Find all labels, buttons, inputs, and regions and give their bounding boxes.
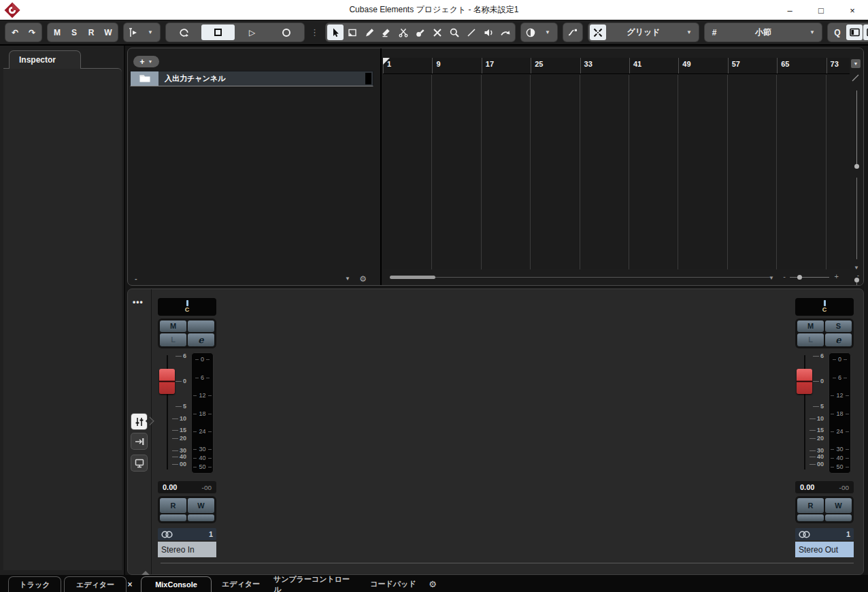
scale-label: 33 [580, 58, 629, 73]
redo-button[interactable]: ↷ [24, 24, 40, 40]
read-automation-button[interactable]: R [797, 498, 824, 513]
tab-mixconsole[interactable]: MixConsole [141, 576, 212, 592]
close-button[interactable]: × [837, 0, 868, 20]
lower-zone-gear-icon[interactable]: ⚙ [426, 576, 439, 592]
blank-button[interactable] [188, 514, 214, 521]
vertical-scrollbar-lower[interactable] [856, 178, 857, 259]
left-zone-toggle[interactable] [846, 24, 863, 40]
write-automation-button[interactable]: W [825, 498, 852, 513]
minimize-button[interactable]: – [774, 0, 805, 20]
play-button[interactable]: ▷ [235, 24, 269, 40]
solo-button[interactable]: S [825, 320, 852, 332]
peak-value[interactable]: -oo [839, 484, 849, 491]
listen-button[interactable]: L [797, 333, 824, 347]
fader-handle[interactable] [159, 369, 175, 394]
split-tool[interactable] [395, 24, 412, 40]
select-tool[interactable] [327, 24, 344, 40]
folder-track-row[interactable]: 入出力チャンネル [130, 71, 373, 86]
lower-zone-toggle[interactable] [863, 24, 868, 40]
color-tool-dropdown[interactable]: ▼ [539, 24, 556, 40]
grid-type-value[interactable]: 小節 [723, 24, 803, 40]
v-zoom-slider-thumb[interactable] [854, 278, 859, 282]
tab-inspector[interactable]: Inspector [9, 50, 81, 69]
pan-control[interactable]: C [158, 298, 216, 316]
erase-tool[interactable] [378, 24, 395, 40]
audition-tool[interactable] [480, 24, 497, 40]
view-faders-button[interactable] [131, 414, 147, 429]
automation-curve-button[interactable] [565, 24, 581, 40]
ruler-options-dropdown[interactable]: ▼ [851, 59, 861, 68]
glue-tool[interactable] [412, 24, 429, 40]
tab-editor-left-zone[interactable]: エディター [64, 576, 127, 592]
write-all-button[interactable]: W [100, 24, 116, 40]
peak-value[interactable]: -oo [202, 484, 212, 491]
listen-button[interactable]: L [160, 333, 186, 347]
mute-button[interactable]: M [797, 320, 824, 332]
horizontal-scrollbar-track[interactable] [390, 277, 771, 278]
track-list-gear-icon[interactable]: ⚙ [359, 274, 367, 284]
track-list-dropdown[interactable]: ▼ [345, 276, 350, 282]
scale-label: 65 [777, 58, 826, 73]
scale-label: 20 [803, 435, 824, 442]
mute-tool[interactable] [429, 24, 446, 40]
maximize-button[interactable]: □ [805, 0, 837, 20]
fader-handle[interactable] [797, 369, 812, 394]
blank-button[interactable] [797, 514, 824, 521]
quantize-button[interactable]: Q [829, 24, 846, 40]
add-track-button[interactable]: + ▼ [133, 56, 159, 67]
color-tool[interactable] [522, 24, 539, 40]
range-select-tool[interactable] [344, 24, 361, 40]
gain-value[interactable]: 0.00 [163, 483, 177, 491]
read-all-button[interactable]: R [83, 24, 99, 40]
autoscroll-icon[interactable] [125, 24, 141, 40]
tab-sampler-control[interactable]: サンプラーコントロール [273, 576, 354, 592]
feedback-tool[interactable] [497, 24, 514, 40]
snap-button[interactable] [590, 24, 606, 40]
zoom-tool[interactable] [446, 24, 463, 40]
pan-control[interactable]: C [795, 298, 854, 316]
timeline-ruler[interactable]: 191725334149576573 [383, 58, 851, 74]
gain-value[interactable]: 0.00 [800, 483, 814, 491]
lower-zone-close-icon[interactable]: × [124, 576, 135, 592]
horizontal-scrollbar-thumb[interactable] [390, 276, 435, 279]
h-zoom-slider-thumb[interactable] [797, 275, 802, 280]
edit-channel-button[interactable]: e [188, 333, 214, 347]
tab-editor[interactable]: エディター [219, 576, 263, 592]
undo-button[interactable]: ↶ [7, 24, 23, 40]
mixconsole-menu-button[interactable]: ••• [133, 297, 144, 307]
grid-type-dropdown[interactable]: ▼ [804, 24, 820, 40]
view-output-button[interactable] [131, 455, 147, 471]
tab-chord-pads[interactable]: コードパッド [367, 576, 419, 592]
snap-type-dropdown[interactable]: ▼ [681, 24, 697, 40]
vertical-scrollbar-thumb[interactable] [854, 164, 859, 169]
write-automation-button[interactable]: W [188, 498, 214, 513]
tab-track-list[interactable]: トラック [8, 576, 61, 592]
channel-name[interactable]: Stereo In [158, 542, 216, 557]
line-tool[interactable] [463, 24, 480, 40]
draw-tool[interactable] [361, 24, 378, 40]
zoom-preset-dropdown[interactable]: ▼ [769, 275, 774, 281]
stop-button[interactable] [201, 24, 235, 40]
vertical-scrollbar[interactable] [856, 91, 857, 169]
solo-all-button[interactable]: S [66, 24, 82, 40]
view-routing-button[interactable] [131, 433, 147, 449]
v-zoom-dropdown[interactable]: ▼ [854, 265, 859, 271]
cycle-button[interactable] [167, 24, 201, 40]
autoscroll-dropdown[interactable]: ▼ [142, 24, 158, 40]
mute-button[interactable]: M [160, 320, 186, 332]
autoscroll-group: ▼ [124, 23, 160, 42]
zoom-in-h[interactable]: + [835, 272, 839, 280]
grid-canvas[interactable] [383, 75, 851, 269]
snap-type-value[interactable]: グリッド [607, 24, 680, 40]
solo-button[interactable] [188, 320, 214, 332]
record-button[interactable] [269, 24, 303, 40]
edit-channel-button[interactable]: e [825, 333, 852, 347]
blank-button[interactable] [160, 514, 186, 521]
read-automation-button[interactable]: R [160, 498, 186, 513]
h-zoom-slider[interactable] [790, 277, 829, 278]
channel-name[interactable]: Stereo Out [795, 542, 854, 557]
zoom-out-h[interactable]: - [783, 272, 786, 280]
blank-button[interactable] [825, 514, 852, 521]
mute-all-button[interactable]: M [49, 24, 65, 40]
track-scale-collapse[interactable]: - [135, 274, 137, 282]
